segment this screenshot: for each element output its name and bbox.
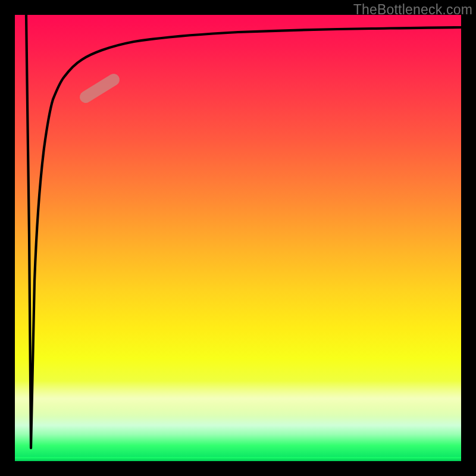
curve-layer: [15, 15, 461, 461]
highlight-marker: [86, 80, 114, 97]
plot-area: [15, 15, 461, 461]
frame-bottom: [0, 461, 476, 476]
chart-stage: TheBottleneck.com: [0, 0, 476, 476]
watermark-text: TheBottleneck.com: [353, 2, 472, 18]
main-curve: [26, 15, 461, 448]
frame-left: [0, 0, 15, 476]
frame-top: TheBottleneck.com: [0, 0, 476, 15]
